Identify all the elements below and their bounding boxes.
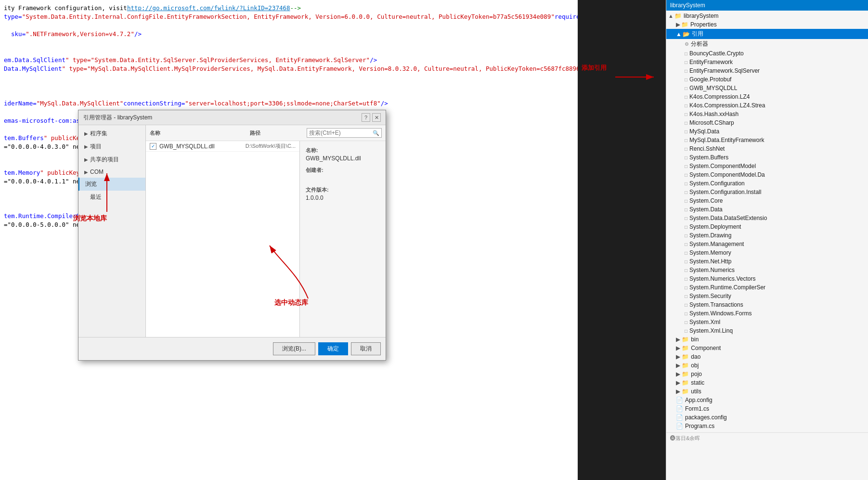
se-item-ref[interactable]: □EntityFramework <box>666 58 868 66</box>
se-item-ref[interactable]: □Renci.SshNet <box>666 144 868 153</box>
se-ref-label: Renci.SshNet <box>689 145 725 152</box>
nav-assemblies[interactable]: ▶ 程序集 <box>78 127 145 140</box>
se-item-packagesconfig[interactable]: 📄packages.config <box>666 413 868 422</box>
se-item-ref[interactable]: □System.Numerics.Vectors <box>666 274 868 283</box>
se-ref-label: System.Runtime.CompilerSer <box>689 284 765 291</box>
ok-button[interactable]: 确定 <box>318 342 348 355</box>
se-item-ref[interactable]: □System.Security <box>666 292 868 300</box>
se-item-ref[interactable]: □Microsoft.CSharp <box>666 118 868 127</box>
cancel-button[interactable]: 取消 <box>351 342 381 355</box>
se-item-ref[interactable]: □System.Management <box>666 240 868 248</box>
se-item-Appconfig[interactable]: 📄App.config <box>666 396 868 404</box>
expand-icon: ▶ <box>84 157 88 162</box>
se-tree: ▲ 📁 librarySystem ▶ 📁 Properties ▲ 📂 引用 … <box>666 11 868 478</box>
folder-icon: 📁 <box>681 21 688 28</box>
se-item-analyzer[interactable]: ⚙ 分析器 <box>666 39 868 49</box>
solution-explorer: librarySystem ▲ 📁 librarySystem ▶ 📁 Prop… <box>666 0 868 480</box>
reference-manager-dialog[interactable]: 引用管理器 - librarySystem ? ✕ ▶ 程序集 ▶ 项目 ▶ 共… <box>78 110 386 361</box>
se-item-label: Form1.cs <box>685 405 709 412</box>
se-item-label: Component <box>691 345 721 351</box>
se-item-ref[interactable]: □BouncyCastle.Crypto <box>666 49 868 58</box>
se-ref-label: GWB_MYSQLDLL <box>689 85 737 91</box>
expand-icon: ▲ <box>676 31 682 38</box>
se-item-ref[interactable]: □K4os.Compression.LZ4 <box>666 92 868 101</box>
dialog-nav: ▶ 程序集 ▶ 项目 ▶ 共享的项目 ▶ COM 浏览 最近 <box>78 125 146 337</box>
item-path: D:\SoftWork\项目\C... <box>246 143 296 150</box>
se-item-obj[interactable]: ▶ 📁obj <box>666 361 868 370</box>
se-ref-label: System.Security <box>689 293 731 299</box>
col-path-header: 路径 <box>250 130 260 137</box>
se-item-label: pojo <box>691 371 702 377</box>
browse-button[interactable]: 浏览(B)... <box>273 342 315 355</box>
link-msdn[interactable]: http://go.microsoft.com/fwlink/?LinkID=2… <box>127 4 290 12</box>
se-item-ref[interactable]: □System.ComponentModel.Da <box>666 170 868 179</box>
se-root[interactable]: ▲ 📁 librarySystem <box>666 12 868 20</box>
se-item-Form1cs[interactable]: 📄Form1.cs <box>666 404 868 413</box>
se-item-ref[interactable]: □System.Runtime.CompilerSer <box>666 283 868 292</box>
se-item-ref[interactable]: □GWB_MYSQLDLL <box>666 84 868 92</box>
se-ref-label: System.Data.DataSetExtensio <box>689 215 767 221</box>
se-item-ref[interactable]: □System.Numerics <box>666 266 868 274</box>
se-item-ref[interactable]: □System.Data <box>666 205 868 214</box>
se-item-Programcs[interactable]: 📄Program.cs <box>666 422 868 430</box>
se-item-ref[interactable]: □K4os.Compression.LZ4.Strea <box>666 101 868 110</box>
se-item-ref[interactable]: □System.ComponentModel <box>666 162 868 170</box>
item-icon: 📄 <box>676 397 683 403</box>
se-item-ref[interactable]: □System.Windows.Forms <box>666 309 868 318</box>
ref-icon: □ <box>685 302 687 308</box>
se-item-dao[interactable]: ▶ 📁dao <box>666 352 868 361</box>
help-button[interactable]: ? <box>362 113 370 122</box>
se-item-static[interactable]: ▶ 📁static <box>666 378 868 387</box>
se-item-pojo[interactable]: ▶ 📁pojo <box>666 370 868 378</box>
list-item-gwb[interactable]: ✓ GWB_MYSQLDLL.dll D:\SoftWork\项目\C... <box>146 141 299 152</box>
se-item-ref[interactable]: □System.Memory <box>666 248 868 257</box>
close-button[interactable]: ✕ <box>372 113 381 122</box>
item-name: GWB_MYSQLDLL.dll <box>159 143 246 150</box>
se-item-ref[interactable]: □MySql.Data.EntityFramework <box>666 136 868 144</box>
detail-fileversion-label: 文件版本: <box>306 186 380 194</box>
nav-browse[interactable]: 浏览 <box>78 178 145 191</box>
nav-shared-projects[interactable]: ▶ 共享的项目 <box>78 153 145 166</box>
se-item-ref[interactable]: □System.Deployment <box>666 222 868 231</box>
se-ref-label: System.Memory <box>689 249 731 256</box>
item-checkbox[interactable]: ✓ <box>150 143 156 150</box>
se-item-label: utils <box>691 388 701 395</box>
nav-recent[interactable]: 最近 <box>78 191 145 204</box>
se-item-ref[interactable]: □System.Configuration.Install <box>666 188 868 196</box>
se-item-references[interactable]: ▲ 📂 引用 <box>666 29 868 39</box>
se-item-ref[interactable]: □System.Net.Http <box>666 257 868 266</box>
se-item-ref[interactable]: □MySql.Data <box>666 127 868 136</box>
se-ref-label: System.Management <box>689 241 744 247</box>
code-line-4: sku=".NETFramework,Version=v4.7.2" /> <box>0 30 578 39</box>
code-line-2: type="System.Data.Entity.Internal.Config… <box>0 13 578 21</box>
se-root-label: librarySystem <box>684 13 719 19</box>
se-item-properties[interactable]: ▶ 📁 Properties <box>666 20 868 29</box>
se-titlebar: librarySystem <box>666 0 868 11</box>
se-item-ref[interactable]: □System.Core <box>666 196 868 205</box>
se-item-ref[interactable]: □K4os.Hash.xxHash <box>666 110 868 118</box>
detail-creator-label: 创建者: <box>306 167 380 174</box>
search-box[interactable]: 🔍 <box>307 128 382 138</box>
search-input[interactable] <box>309 130 372 136</box>
ref-icon: ⚙ <box>685 41 689 47</box>
se-item-ref[interactable]: □System.Data.DataSetExtensio <box>666 214 868 222</box>
se-item-ref[interactable]: □EntityFramework.SqlServer <box>666 66 868 75</box>
expand-icon: ▶ <box>84 131 88 136</box>
se-item-ref[interactable]: □System.Drawing <box>666 231 868 240</box>
ref-icon: □ <box>685 276 687 282</box>
nav-projects[interactable]: ▶ 项目 <box>78 140 145 153</box>
nav-com[interactable]: ▶ COM <box>78 166 145 178</box>
se-item-ref[interactable]: □Google.Protobuf <box>666 75 868 84</box>
se-item-ref[interactable]: □System.Xml.Linq <box>666 326 868 335</box>
expand-icon: ▶ <box>84 169 88 175</box>
se-item-ref[interactable]: □System.Buffers <box>666 153 868 162</box>
se-item-ref[interactable]: □System.Configuration <box>666 179 868 188</box>
code-line-8: Data.MySqlClient" type="MySql.Data.MySql… <box>0 65 578 73</box>
se-item-utils[interactable]: ▶ 📁utils <box>666 387 868 396</box>
se-item-ref[interactable]: □System.Xml <box>666 318 868 326</box>
annotation-add-reference: 添加引用 <box>610 58 668 98</box>
se-item-Component[interactable]: ▶ 📁Component <box>666 344 868 352</box>
se-ref-label: System.Drawing <box>689 232 731 239</box>
se-item-bin[interactable]: ▶ 📁bin <box>666 335 868 344</box>
se-item-ref[interactable]: □System.Transactions <box>666 300 868 309</box>
